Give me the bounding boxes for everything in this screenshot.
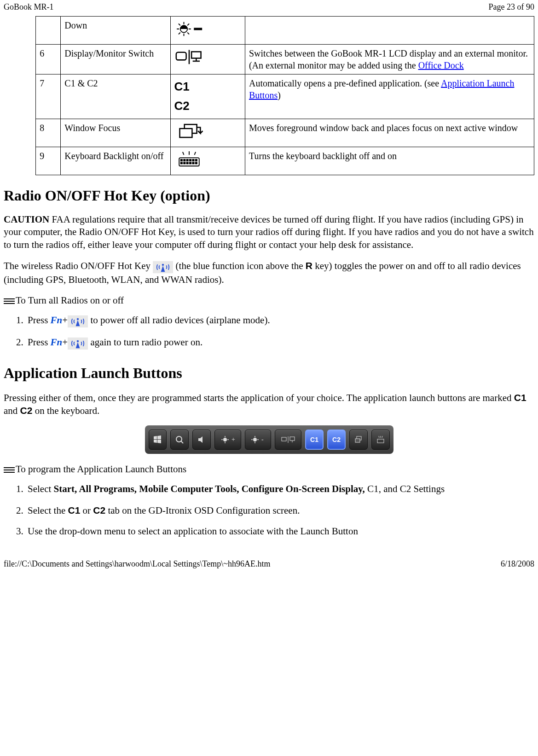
page-number: Page 23 of 90 <box>489 2 534 12</box>
row6-name: Display/Monitor Switch <box>61 45 170 74</box>
svg-point-33 <box>77 340 79 342</box>
brightness-up-key-icon: + <box>214 430 241 450</box>
c2-key-button: C2 <box>327 430 346 450</box>
svg-rect-60 <box>4 472 15 473</box>
subhead-app-text: To program the Application Launch Button… <box>16 463 186 475</box>
list-item: Use the drop-down menu to select an appl… <box>26 525 534 538</box>
and-text: and <box>4 405 20 416</box>
caution-text: FAA regulations require that all transmi… <box>4 214 534 250</box>
svg-rect-1 <box>194 28 202 30</box>
svg-text:-: - <box>261 436 264 443</box>
fn-key: Fn <box>51 315 63 326</box>
svg-rect-58 <box>4 467 15 468</box>
caution-label: CAUTION <box>4 214 49 225</box>
row9-desc: Turns the keyboard backlight off and on <box>245 147 534 175</box>
list-item: Press Fn+ again to turn radio power on. <box>26 336 534 350</box>
as2e: tab on the GD-Itronix OSD Configuration … <box>105 505 300 516</box>
app-heading: Application Launch Buttons <box>4 364 534 383</box>
task-list-icon <box>4 465 15 474</box>
keyboard-strip-image: + - C1 C2 <box>145 425 393 454</box>
radio-antenna-icon <box>153 260 173 274</box>
app-p1-a: Pressing either of them, once they are p… <box>4 392 514 403</box>
keyboard-backlight-icon <box>174 150 204 172</box>
c1-label-icon: C1 <box>174 77 241 97</box>
office-dock-link[interactable]: Office Dock <box>418 60 464 70</box>
backlight-key-icon <box>371 430 390 450</box>
row7-desc-b: ) <box>278 90 281 100</box>
c1-bold: C1 <box>514 392 526 403</box>
row5-num <box>36 17 61 45</box>
radio-antenna-icon <box>68 337 88 350</box>
s1b: + <box>62 315 68 326</box>
row8-name: Window Focus <box>61 119 170 147</box>
svg-line-35 <box>181 441 183 443</box>
subhead-radios-text: To Turn all Radios on or off <box>16 294 124 307</box>
svg-rect-18 <box>195 159 197 161</box>
table-row: 7 C1 & C2 C1 C2 Automatically opens a pr… <box>36 74 534 119</box>
radio-steps: Press Fn+ to power off all radio devices… <box>26 314 534 350</box>
doc-title: GoBook MR-1 <box>4 2 54 12</box>
as1b: Start, All Programs, Mobile Computer Too… <box>54 483 368 494</box>
s2b: + <box>62 337 68 348</box>
svg-line-11 <box>194 152 196 155</box>
fn-key: Fn <box>51 337 63 348</box>
svg-point-31 <box>77 318 79 320</box>
table-row: 9 Keyboard Backlight on/off <box>36 147 534 175</box>
list-item: Press Fn+ to power off all radio devices… <box>26 314 534 328</box>
page-footer: file://C:\Documents and Settings\harwood… <box>0 547 538 572</box>
radio-para2: The wireless Radio ON/OFF Hot Key (the b… <box>4 259 534 286</box>
svg-rect-2 <box>176 52 186 60</box>
row7-name: C1 & C2 <box>61 74 170 119</box>
svg-rect-50 <box>290 437 295 441</box>
svg-rect-59 <box>4 470 15 470</box>
row5-icon <box>170 17 245 45</box>
table-row: Down <box>36 17 534 45</box>
svg-line-57 <box>382 436 382 438</box>
c1-key-button: C1 <box>305 430 324 450</box>
row6-desc: Switches between the GoBook MR-1 LCD dis… <box>245 45 534 74</box>
svg-line-9 <box>182 152 184 155</box>
svg-rect-15 <box>186 159 188 161</box>
r-key-label: R <box>306 260 312 271</box>
row8-num: 8 <box>36 119 61 147</box>
radio-antenna-icon <box>68 315 88 328</box>
svg-rect-20 <box>183 162 185 164</box>
task-list-icon <box>4 297 15 305</box>
s1c: to power off all radio devices (airplane… <box>88 315 270 326</box>
footer-path: file://C:\Documents and Settings\harwood… <box>4 559 270 569</box>
svg-rect-53 <box>355 439 360 442</box>
row9-num: 9 <box>36 147 61 175</box>
table-row: 6 Display/Monitor Switch Switches betwee… <box>36 45 534 74</box>
focus-key-icon <box>349 430 368 450</box>
as1c: C1 <box>367 483 379 494</box>
app-p1-b: on the keyboard. <box>32 405 99 416</box>
zoom-key-icon <box>170 430 189 450</box>
svg-rect-19 <box>180 162 182 164</box>
table-row: 8 Window Focus Moves foreground window b… <box>36 119 534 147</box>
svg-rect-24 <box>195 162 197 164</box>
window-focus-icon <box>174 122 204 144</box>
svg-rect-16 <box>189 159 191 161</box>
as2a: Select the <box>28 505 68 516</box>
display-switch-icon <box>174 47 204 69</box>
svg-rect-28 <box>4 301 15 302</box>
as1a: Select <box>28 483 54 494</box>
row6-desc-text: Switches between the GoBook MR-1 LCD dis… <box>249 48 528 70</box>
as2c: or <box>80 505 93 516</box>
svg-rect-23 <box>192 162 194 164</box>
brightness-down-icon <box>174 19 204 41</box>
display-switch-key-icon <box>275 430 301 450</box>
row6-num: 6 <box>36 45 61 74</box>
page-header: GoBook MR-1 Page 23 of 90 <box>0 0 538 16</box>
radio-p2-a: The wireless Radio ON/OFF Hot Key <box>4 260 153 271</box>
row7-icon: C1 C2 <box>170 74 245 119</box>
svg-point-42 <box>253 438 257 441</box>
row7-desc: Automatically opens a pre-defined applic… <box>245 74 534 119</box>
s2a: Press <box>28 337 51 348</box>
svg-rect-21 <box>186 162 188 164</box>
s1a: Press <box>28 315 51 326</box>
app-para1: Pressing either of them, once they are p… <box>4 391 534 418</box>
svg-rect-17 <box>192 159 194 161</box>
radio-p2-b: (the blue function icon above the <box>173 260 306 271</box>
row9-name: Keyboard Backlight on/off <box>61 147 170 175</box>
